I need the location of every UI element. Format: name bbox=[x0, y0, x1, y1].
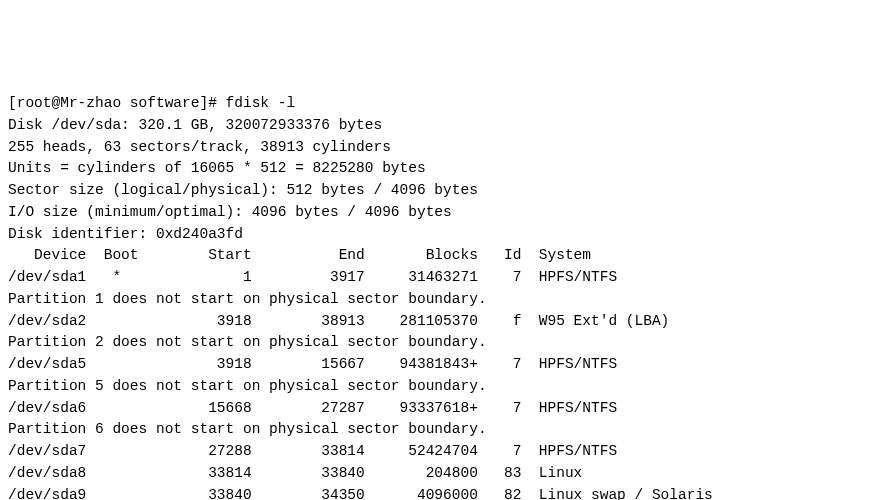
partition-warning: Partition 5 does not start on physical s… bbox=[8, 376, 879, 398]
disk-io-size: I/O size (minimum/optimal): 4096 bytes /… bbox=[8, 202, 879, 224]
partition-warning: Partition 6 does not start on physical s… bbox=[8, 419, 879, 441]
disk-units: Units = cylinders of 16065 * 512 = 82252… bbox=[8, 158, 879, 180]
partition-table-header: Device Boot Start End Blocks Id System bbox=[8, 245, 879, 267]
partition-row: /dev/sda8 33814 33840 204800 83 Linux bbox=[8, 463, 879, 485]
disk-sector-size: Sector size (logical/physical): 512 byte… bbox=[8, 180, 879, 202]
partition-warning: Partition 2 does not start on physical s… bbox=[8, 332, 879, 354]
shell-prompt-line[interactable]: [root@Mr-zhao software]# fdisk -l bbox=[8, 93, 879, 115]
partition-row: /dev/sda1 * 1 3917 31463271 7 HPFS/NTFS bbox=[8, 267, 879, 289]
partition-row: /dev/sda2 3918 38913 281105370 f W95 Ext… bbox=[8, 311, 879, 333]
partition-row: /dev/sda5 3918 15667 94381843+ 7 HPFS/NT… bbox=[8, 354, 879, 376]
disk-summary: Disk /dev/sda: 320.1 GB, 320072933376 by… bbox=[8, 115, 879, 137]
disk-identifier: Disk identifier: 0xd240a3fd bbox=[8, 224, 879, 246]
terminal-output: [root@Mr-zhao software]# fdisk -lDisk /d… bbox=[8, 93, 879, 500]
disk-geometry: 255 heads, 63 sectors/track, 38913 cylin… bbox=[8, 137, 879, 159]
partition-warning: Partition 1 does not start on physical s… bbox=[8, 289, 879, 311]
partition-row: /dev/sda7 27288 33814 52424704 7 HPFS/NT… bbox=[8, 441, 879, 463]
partition-row: /dev/sda9 33840 34350 4096000 82 Linux s… bbox=[8, 485, 879, 501]
partition-row: /dev/sda6 15668 27287 93337618+ 7 HPFS/N… bbox=[8, 398, 879, 420]
